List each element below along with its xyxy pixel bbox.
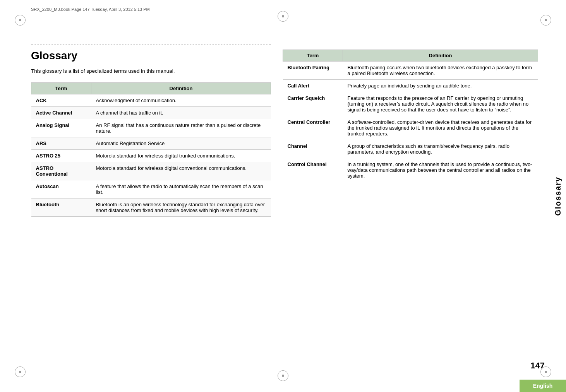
left-table-def-header: Definition [91, 83, 271, 94]
file-header: SRX_2200_M3.book Page 147 Tuesday, April… [31, 7, 150, 12]
definition-cell: Motorola standard for wireless digital c… [91, 162, 271, 180]
table-row: ARSAutomatic Registration Service [31, 137, 271, 150]
term-cell: Bluetooth Pairing [283, 62, 343, 80]
table-row: Carrier SquelchFeature that responds to … [283, 92, 538, 116]
term-cell: Carrier Squelch [283, 92, 343, 116]
english-tab: English [520, 380, 566, 392]
right-table-def-header: Definition [343, 50, 538, 62]
vertical-text: Glossary [554, 176, 563, 216]
table-row: Analog SignalAn RF signal that has a con… [31, 119, 271, 137]
top-dotted-line [31, 45, 271, 45]
table-row: Bluetooth PairingBluetooth pairing occur… [283, 62, 538, 80]
left-column: Glossary This glossary is a list of spec… [31, 50, 271, 217]
definition-cell: Bluetooth is an open wireless technology… [91, 199, 271, 217]
term-cell: ACK [31, 94, 91, 107]
definition-cell: In a trunking system, one of the channel… [343, 158, 538, 182]
table-row: Active ChannelA channel that has traffic… [31, 107, 271, 119]
reg-mark-bl [15, 366, 26, 377]
definition-cell: A group of characteristics such as trans… [343, 140, 538, 158]
definition-cell: A feature that allows the radio to autom… [91, 180, 271, 199]
reg-mark-tl [15, 15, 26, 26]
vertical-glossary-label: Glossary [550, 0, 566, 392]
term-cell: Autoscan [31, 180, 91, 199]
term-cell: Bluetooth [31, 199, 91, 217]
reg-mark-bc [278, 370, 288, 381]
intro-text: This glossary is a list of specialized t… [31, 68, 271, 74]
reg-mark-tc [278, 11, 288, 22]
definition-cell: A software-controlled, computer-driven d… [343, 116, 538, 140]
definition-cell: Automatic Registration Service [91, 137, 271, 150]
table-row: ASTRO ConventionalMotorola standard for … [31, 162, 271, 180]
term-cell: Call Alert [283, 80, 343, 92]
table-row: Call AlertPrivately page an individual b… [283, 80, 538, 92]
definition-cell: Privately page an individual by sending … [343, 80, 538, 92]
definition-cell: An RF signal that has a continuous natur… [91, 119, 271, 137]
term-cell: Analog Signal [31, 119, 91, 137]
term-cell: ASTRO Conventional [31, 162, 91, 180]
definition-cell: A channel that has traffic on it. [91, 107, 271, 119]
table-row: Central ControllerA software-controlled,… [283, 116, 538, 140]
left-glossary-table: Term Definition ACKAcknowledgment of com… [31, 82, 271, 217]
page-container: SRX_2200_M3.book Page 147 Tuesday, April… [0, 0, 566, 392]
table-row: ASTRO 25Motorola standard for wireless d… [31, 150, 271, 162]
term-cell: ASTRO 25 [31, 150, 91, 162]
left-table-term-header: Term [31, 83, 91, 94]
table-row: BluetoothBluetooth is an open wireless t… [31, 199, 271, 217]
term-cell: Active Channel [31, 107, 91, 119]
term-cell: Central Controller [283, 116, 343, 140]
page-number: 147 [530, 361, 545, 371]
definition-cell: Motorola standard for wireless digital t… [91, 150, 271, 162]
definition-cell: Acknowledgment of communication. [91, 94, 271, 107]
table-row: Control ChannelIn a trunking system, one… [283, 158, 538, 182]
right-table-term-header: Term [283, 50, 343, 62]
table-row: ACKAcknowledgment of communication. [31, 94, 271, 107]
term-cell: ARS [31, 137, 91, 150]
term-cell: Control Channel [283, 158, 343, 182]
table-row: AutoscanA feature that allows the radio … [31, 180, 271, 199]
right-glossary-table: Term Definition Bluetooth PairingBluetoo… [283, 50, 538, 182]
page-title: Glossary [31, 50, 271, 62]
right-column: Term Definition Bluetooth PairingBluetoo… [283, 50, 538, 182]
definition-cell: Bluetooth pairing occurs when two blueto… [343, 62, 538, 80]
definition-cell: Feature that responds to the presence of… [343, 92, 538, 116]
term-cell: Channel [283, 140, 343, 158]
table-row: ChannelA group of characteristics such a… [283, 140, 538, 158]
